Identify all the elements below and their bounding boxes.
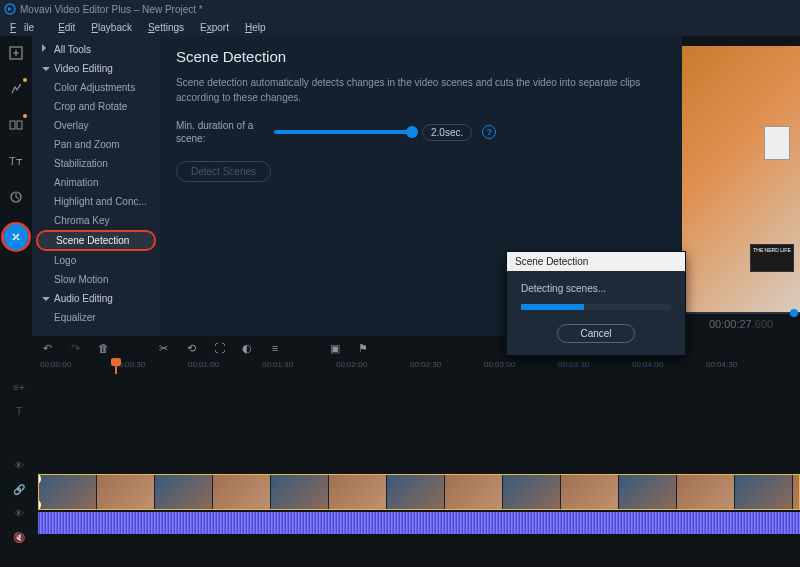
preview-scrubber[interactable] <box>682 312 800 314</box>
track-link-icon[interactable]: 🔗 <box>13 484 25 498</box>
cut-icon[interactable]: ✂ <box>156 341 170 355</box>
window-title: Movavi Video Editor Plus – New Project * <box>20 4 203 15</box>
app-logo-icon <box>4 3 16 15</box>
video-track-clip[interactable] <box>38 474 800 510</box>
track-visibility-icon[interactable]: 👁 <box>14 460 24 474</box>
sidebar-item-chromakey[interactable]: Chroma Key <box>32 211 160 230</box>
sidebar-item-color[interactable]: Color Adjustments <box>32 78 160 97</box>
crop-icon[interactable]: ⛶ <box>212 341 226 355</box>
highlight-ring <box>1 222 31 252</box>
menu-help[interactable]: Help <box>237 20 274 35</box>
preview-timecode: 00:00:27.600 <box>709 318 773 330</box>
audio-track-clip[interactable] <box>38 512 800 534</box>
sidebar-item-panzoom[interactable]: Pan and Zoom <box>32 135 160 154</box>
sidebar-item-scenedetection[interactable]: Scene Detection <box>36 230 156 251</box>
menu-playback[interactable]: Playback <box>83 20 140 35</box>
sidebar-video-editing[interactable]: Video Editing <box>32 59 160 78</box>
panel-title: Scene Detection <box>176 48 666 65</box>
sidebar-audio-editing[interactable]: Audio Editing <box>32 289 160 308</box>
titles-icon[interactable]: Tᴛ <box>5 150 27 172</box>
stickers-icon[interactable] <box>5 186 27 208</box>
preview-pane: THE NERD LIFE 00:00:27.600 <box>682 36 800 336</box>
more-tools-icon[interactable] <box>4 224 28 250</box>
cancel-button[interactable]: Cancel <box>557 324 634 343</box>
sidebar-item-highlight[interactable]: Highlight and Conc... <box>32 192 160 211</box>
preview-photo <box>764 126 790 160</box>
timeline-ruler[interactable]: 00:00:0000:00:3000:01:0000:01:3000:02:00… <box>0 360 800 374</box>
sidebar-item-stabilization[interactable]: Stabilization <box>32 154 160 173</box>
progress-dialog: Scene Detection Detecting scenes... Canc… <box>506 251 686 356</box>
svg-point-2 <box>19 84 21 86</box>
transitions-icon[interactable] <box>5 114 27 136</box>
color-icon[interactable]: ◐ <box>240 341 254 355</box>
sidebar-item-crop[interactable]: Crop and Rotate <box>32 97 160 116</box>
preview-sign: THE NERD LIFE <box>750 244 794 272</box>
sidebar-item-slowmotion[interactable]: Slow Motion <box>32 270 160 289</box>
undo-icon[interactable]: ↶ <box>40 341 54 355</box>
text-track-icon[interactable]: T <box>16 406 22 420</box>
preview-frame: THE NERD LIFE <box>682 46 800 312</box>
delete-icon[interactable]: 🗑 <box>96 341 110 355</box>
track-visibility2-icon[interactable]: 👁 <box>14 508 24 522</box>
titlebar: Movavi Video Editor Plus – New Project * <box>0 0 800 18</box>
sidebar-item-overlay[interactable]: Overlay <box>32 116 160 135</box>
dialog-title: Scene Detection <box>507 252 685 271</box>
svg-rect-3 <box>10 121 15 129</box>
min-duration-value[interactable]: 2.0sec. <box>422 124 472 141</box>
track-mute-icon[interactable]: 🔇 <box>13 532 25 546</box>
clip-props-icon[interactable]: ≡ <box>268 341 282 355</box>
rotate-icon[interactable]: ⟲ <box>184 341 198 355</box>
panel-description: Scene detection automatically detects ch… <box>176 75 666 105</box>
sidebar-all-tools[interactable]: All Tools <box>32 40 160 59</box>
sidebar: All Tools Video Editing Color Adjustment… <box>32 36 160 336</box>
progress-bar <box>521 304 671 310</box>
track-heads: ≡+ T 👁 🔗 👁 🔇 <box>0 374 38 549</box>
add-track-icon[interactable]: ≡+ <box>13 382 25 396</box>
svg-text:Tᴛ: Tᴛ <box>9 155 23 167</box>
menu-settings[interactable]: Settings <box>140 20 192 35</box>
min-duration-slider[interactable] <box>274 130 412 134</box>
sidebar-item-logo[interactable]: Logo <box>32 251 160 270</box>
help-icon[interactable]: ? <box>482 125 496 139</box>
min-duration-label: Min. duration of a scene: <box>176 119 264 145</box>
menubar: File Edit Playback Settings Export Help <box>0 18 800 36</box>
timeline-tracks: ≡+ T 👁 🔗 👁 🔇 <box>0 374 800 549</box>
detect-scenes-button[interactable]: Detect Scenes <box>176 161 271 182</box>
sidebar-item-equalizer[interactable]: Equalizer <box>32 308 160 327</box>
dialog-status: Detecting scenes... <box>521 283 671 294</box>
sidebar-item-animation[interactable]: Animation <box>32 173 160 192</box>
redo-icon[interactable]: ↷ <box>68 341 82 355</box>
record-icon[interactable]: ▣ <box>328 341 342 355</box>
menu-export[interactable]: Export <box>192 20 237 35</box>
menu-file[interactable]: File <box>2 20 50 35</box>
tool-strip: Tᴛ <box>0 36 32 336</box>
add-media-icon[interactable] <box>5 42 27 64</box>
svg-rect-4 <box>17 121 22 129</box>
marker-icon[interactable]: ⚑ <box>356 341 370 355</box>
filters-icon[interactable] <box>5 78 27 100</box>
menu-edit[interactable]: Edit <box>50 20 83 35</box>
